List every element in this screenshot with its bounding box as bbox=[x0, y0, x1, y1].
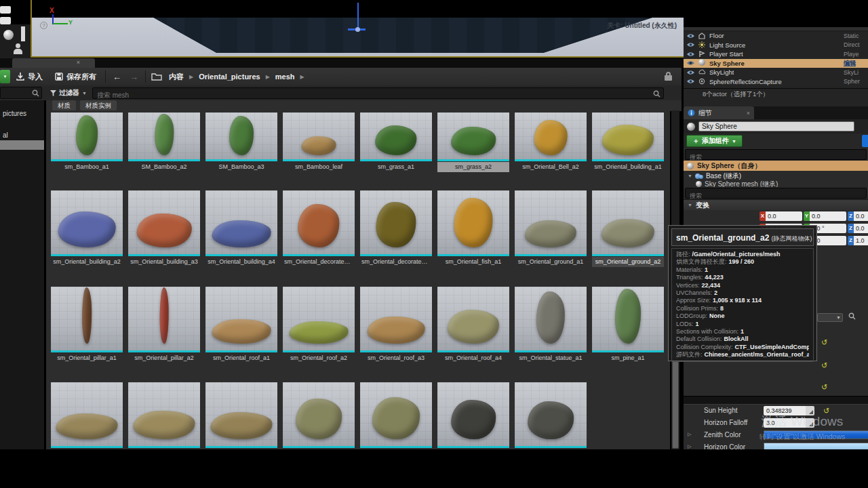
reset-to-default-icon[interactable]: ↺ bbox=[823, 407, 829, 415]
asset-tile[interactable]: sm_Oriental_fish_a1 bbox=[437, 190, 509, 267]
asset-tile-hovered[interactable]: sm_Oriental_ground_a2 bbox=[592, 190, 664, 267]
asset-tile[interactable]: sm_Oriental_Bell_a2 bbox=[515, 113, 587, 172]
breadcrumb-content[interactable]: 内容 bbox=[165, 72, 188, 82]
asset-tile[interactable] bbox=[283, 382, 355, 448]
sources-search-input[interactable] bbox=[0, 87, 42, 99]
asset-tile[interactable]: sm_Oriental_decorate_a2 bbox=[360, 190, 432, 267]
asset-tile[interactable]: sm_grass_a1 bbox=[360, 113, 432, 172]
breadcrumb-mesh[interactable]: mesh bbox=[271, 73, 299, 81]
value-slider-handle[interactable] bbox=[806, 418, 814, 428]
visibility-eye-icon[interactable] bbox=[686, 42, 695, 47]
asset-tile[interactable]: sm_Oriental_ground_a1 bbox=[515, 190, 587, 267]
location-y-field[interactable]: Y0.0 bbox=[804, 211, 846, 221]
viewport[interactable]: X Y ? 关卡: Untitled (永久性) bbox=[31, 0, 684, 58]
visibility-eye-icon[interactable] bbox=[686, 52, 695, 57]
collapsed-caret-icon[interactable]: ▷ bbox=[688, 444, 691, 449]
location-x-field[interactable]: X0.0 bbox=[760, 211, 802, 221]
content-browser-tab[interactable]: × bbox=[12, 58, 95, 68]
actor-name-input[interactable] bbox=[698, 121, 854, 131]
sun-height-input[interactable]: 0.348239 bbox=[764, 406, 806, 415]
component-self-row[interactable]: Sky Sphere（自身） bbox=[684, 161, 868, 171]
outliner-row-skylight[interactable]: SkyLight SkyLi bbox=[684, 68, 868, 77]
asset-tile[interactable]: sm_Oriental_roof_a1 bbox=[205, 287, 277, 363]
component-search-box[interactable] bbox=[685, 149, 867, 160]
visibility-eye-icon[interactable] bbox=[686, 70, 695, 75]
chip-material-instances[interactable]: 材质实例 bbox=[80, 100, 117, 110]
asset-tile[interactable]: sm_Oriental_pillar_a2 bbox=[128, 287, 200, 363]
transform-section-header[interactable]: ▼ 变换 bbox=[684, 199, 868, 210]
save-all-button[interactable]: 保存所有 bbox=[49, 68, 102, 85]
expanded-caret-icon[interactable]: ▼ bbox=[688, 174, 692, 178]
tab-details[interactable]: 细节 × bbox=[684, 106, 754, 119]
visibility-eye-icon[interactable] bbox=[686, 79, 695, 84]
source-folder[interactable]: al bbox=[0, 131, 8, 139]
reset-to-default-icon[interactable]: ↺ bbox=[821, 384, 827, 391]
outliner-row-sphere-reflection-capture[interactable]: SphereReflectionCapture Spher bbox=[684, 77, 868, 87]
source-folder-selected[interactable] bbox=[0, 140, 44, 150]
outliner-row-player-start[interactable]: Player Start Playe bbox=[684, 49, 868, 59]
asset-tile[interactable] bbox=[128, 382, 200, 448]
horizon-color-swatch[interactable] bbox=[764, 443, 868, 449]
asset-tile[interactable]: SM_Bamboo_a2 bbox=[128, 113, 200, 172]
translate-gizmo-z-axis[interactable] bbox=[357, 3, 359, 30]
browse-to-asset-icon[interactable] bbox=[848, 312, 856, 320]
location-z-field[interactable]: Z0.0 bbox=[848, 211, 868, 221]
add-new-button[interactable]: ▼ bbox=[0, 70, 10, 83]
window-button[interactable] bbox=[0, 6, 11, 14]
rotation-z-field[interactable]: Z0.0 bbox=[848, 224, 868, 233]
outliner-row-sky-sphere[interactable]: Sky Sphere 编辑 bbox=[684, 59, 868, 68]
asset-tile[interactable]: sm_Oriental_statue_a1 bbox=[515, 287, 587, 363]
asset-search-box[interactable] bbox=[92, 87, 664, 99]
asset-tile[interactable] bbox=[51, 382, 123, 448]
component-search-input[interactable] bbox=[686, 152, 866, 162]
asset-search-input[interactable] bbox=[93, 90, 663, 100]
asset-tile[interactable]: sm_Oriental_roof_a3 bbox=[360, 287, 432, 363]
reset-to-default-icon[interactable]: ↺ bbox=[821, 339, 827, 346]
filters-button[interactable]: 过滤器 ▼ bbox=[45, 88, 92, 98]
asset-tile[interactable]: sm_Bamboo_a1 bbox=[51, 113, 123, 172]
horizon-falloff-input[interactable]: 3.0 bbox=[764, 418, 806, 428]
asset-tile[interactable]: sm_Oriental_roof_a4 bbox=[437, 287, 509, 363]
value-slider-handle[interactable] bbox=[806, 406, 814, 415]
component-base-row[interactable]: ▼ Base (继承) bbox=[684, 171, 868, 181]
chip-materials[interactable]: 材质 bbox=[52, 100, 76, 110]
asset-tile[interactable]: sm_Oriental_pillar_a1 bbox=[51, 287, 123, 363]
close-icon[interactable]: × bbox=[77, 59, 80, 66]
asset-tile[interactable] bbox=[360, 382, 432, 448]
import-button[interactable]: 导入 bbox=[10, 68, 49, 85]
source-folder[interactable]: pictures bbox=[0, 110, 26, 117]
breadcrumb-oriental-pictures[interactable]: Oriental_pictures bbox=[195, 73, 264, 81]
asset-tile[interactable]: sm_pine_a1 bbox=[592, 287, 664, 363]
outliner-row-floor[interactable]: Floor Static bbox=[684, 31, 868, 41]
edit-blueprint-link[interactable]: 编辑 bbox=[844, 59, 868, 68]
asset-tile[interactable]: sm_Oriental_decorate_a1 bbox=[283, 190, 355, 267]
asset-tile[interactable] bbox=[515, 382, 587, 448]
edit-blueprint-button-clipped[interactable] bbox=[862, 135, 868, 147]
asset-tile[interactable]: sm_Oriental_roof_a2 bbox=[283, 287, 355, 363]
add-component-button[interactable]: ＋ 添加组件 ▼ bbox=[686, 135, 743, 147]
reset-to-default-icon[interactable]: ↺ bbox=[821, 362, 827, 369]
component-mesh-row-clipped[interactable]: Sky Sphere mesh (继承) bbox=[684, 181, 868, 187]
asset-tile-selected[interactable]: sm_grass_a2 bbox=[437, 113, 509, 172]
close-icon[interactable]: × bbox=[747, 110, 750, 117]
forward-button[interactable]: → bbox=[125, 72, 142, 82]
property-search-box[interactable] bbox=[685, 188, 867, 199]
visibility-eye-icon[interactable] bbox=[686, 33, 695, 39]
asset-tile[interactable]: sm_Oriental_building_a2 bbox=[51, 190, 123, 267]
asset-tile[interactable]: sm_Oriental_building_a1 bbox=[592, 113, 664, 172]
asset-tile[interactable]: sm_Oriental_building_a4 bbox=[205, 190, 277, 267]
scale-z-field[interactable]: Z1.0 bbox=[848, 236, 868, 245]
zenith-color-swatch[interactable] bbox=[764, 430, 868, 439]
visibility-eye-icon[interactable] bbox=[686, 60, 695, 66]
asset-tile[interactable]: sm_Bamboo_leaf bbox=[283, 113, 355, 172]
outliner-row-light-source[interactable]: Light Source Direct bbox=[684, 41, 868, 50]
window-button[interactable] bbox=[0, 17, 11, 24]
lock-icon[interactable] bbox=[665, 72, 672, 81]
collapsed-caret-icon[interactable]: ▷ bbox=[688, 432, 691, 437]
property-search-input[interactable] bbox=[686, 191, 866, 201]
asset-tile[interactable]: SM_Bamboo_a3 bbox=[205, 113, 277, 172]
asset-tile[interactable] bbox=[437, 382, 509, 448]
asset-tile[interactable]: sm_Oriental_building_a3 bbox=[128, 190, 200, 267]
asset-tile[interactable] bbox=[205, 382, 277, 448]
back-button[interactable]: ← bbox=[108, 72, 125, 82]
